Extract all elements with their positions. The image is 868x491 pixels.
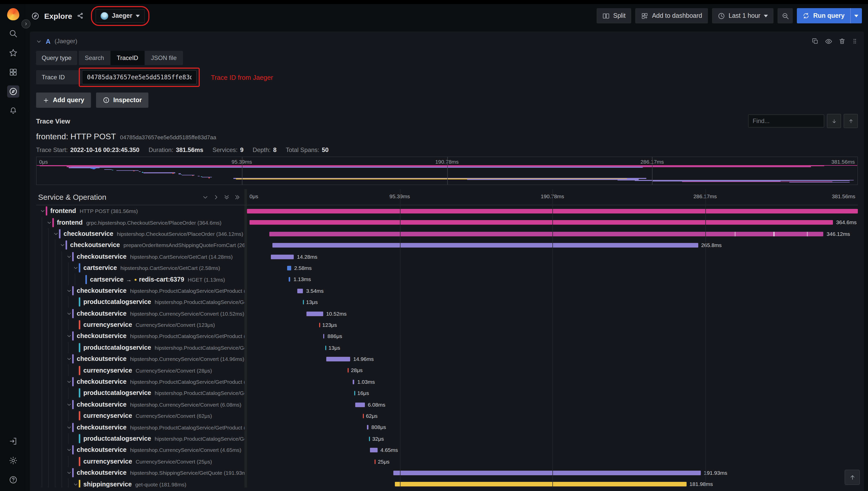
row-collapse-chevron-icon[interactable]	[46, 220, 52, 225]
help-icon[interactable]	[7, 474, 19, 486]
span-row-label[interactable]: checkoutservicehipstershop.ProductCatalo…	[36, 330, 247, 342]
hide-query-eye-icon[interactable]	[825, 37, 832, 45]
span-row[interactable]: productcatalogservicehipstershop.Product…	[36, 387, 858, 399]
span-bar[interactable]	[369, 437, 370, 441]
span-row[interactable]: checkoutservicehipstershop.CurrencyServi…	[36, 353, 858, 365]
row-collapse-chevron-icon[interactable]	[72, 265, 79, 270]
span-bar[interactable]	[273, 243, 698, 248]
span-bar[interactable]	[306, 311, 323, 316]
trace-minimap[interactable]: 0μs95.39ms190.78ms286.17ms381.56ms	[36, 156, 858, 185]
span-bar[interactable]	[393, 471, 700, 475]
span-row-label[interactable]: checkoutservicehipstershop.ProductCatalo…	[36, 376, 247, 387]
span-row[interactable]: shippingserviceget-quote (181.98ms)181.9…	[36, 479, 858, 487]
span-row-label[interactable]: checkoutservicehipstershop.ShippingServi…	[36, 467, 247, 479]
span-row-label[interactable]: currencyserviceCurrencyService/Convert (…	[36, 319, 247, 330]
span-bar[interactable]	[395, 482, 687, 487]
add-query-button[interactable]: Add query	[36, 92, 91, 108]
search-icon[interactable]	[7, 27, 19, 40]
scroll-to-top-button[interactable]	[845, 470, 860, 485]
query-type-json-file[interactable]: JSON file	[144, 51, 183, 65]
span-row-label[interactable]: cartservicehipstershop.CartService/GetCa…	[36, 262, 247, 274]
span-bar[interactable]	[297, 288, 303, 293]
span-row-label[interactable]: checkoutservicehipstershop.CurrencyServi…	[36, 399, 247, 410]
settings-gear-icon[interactable]	[7, 454, 19, 467]
span-row-label[interactable]: checkoutservicehipstershop.CartService/G…	[36, 251, 247, 262]
find-input[interactable]	[748, 114, 824, 127]
span-bar[interactable]	[353, 380, 354, 384]
span-row[interactable]: frontendgrpc.hipstershop.CheckoutService…	[36, 217, 858, 228]
span-row-label[interactable]: checkoutservicehipstershop.CurrencyServi…	[36, 353, 247, 365]
row-collapse-chevron-icon[interactable]	[72, 482, 79, 487]
delete-query-trash-icon[interactable]	[839, 38, 846, 45]
span-row[interactable]: checkoutservicehipstershop.CartService/G…	[36, 251, 858, 262]
span-bar[interactable]	[355, 402, 365, 407]
span-bar[interactable]	[363, 414, 364, 418]
span-bar[interactable]	[323, 334, 325, 339]
span-row[interactable]: productcatalogservicehipstershop.Product…	[36, 342, 858, 353]
span-row[interactable]: checkoutservicehipstershop.CheckoutServi…	[36, 228, 858, 240]
span-row-label[interactable]: checkoutservicehipstershop.CheckoutServi…	[36, 228, 247, 240]
span-row-label[interactable]: cartservice→●redis-cart:6379HGET (1.13ms…	[36, 274, 247, 285]
explore-icon[interactable]	[7, 85, 19, 97]
copy-query-icon[interactable]	[812, 38, 819, 45]
row-collapse-chevron-icon[interactable]	[65, 425, 72, 430]
run-query-button[interactable]: Run query	[797, 8, 862, 23]
find-next-button[interactable]	[827, 114, 841, 128]
span-row[interactable]: productcatalogservicehipstershop.Product…	[36, 296, 858, 308]
collapse-all-icon[interactable]	[223, 194, 230, 200]
span-row-label[interactable]: productcatalogservicehipstershop.Product…	[36, 387, 247, 399]
span-row[interactable]: currencyserviceCurrencyService/Convert (…	[36, 410, 858, 422]
span-bar[interactable]	[319, 323, 320, 327]
row-collapse-chevron-icon[interactable]	[59, 243, 65, 248]
span-row[interactable]: checkoutservicehipstershop.ProductCatalo…	[36, 330, 858, 342]
span-bar[interactable]	[348, 368, 349, 373]
span-bar[interactable]	[271, 254, 294, 259]
span-row-label[interactable]: currencyserviceCurrencyService/Convert (…	[36, 410, 247, 422]
span-row-label[interactable]: checkoutserviceprepareOrderItemsAndShipp…	[36, 239, 247, 251]
span-row[interactable]: checkoutservicehipstershop.CurrencyServi…	[36, 308, 858, 319]
share-icon[interactable]	[77, 12, 84, 19]
add-to-dashboard-button[interactable]: Add to dashboard	[635, 8, 708, 23]
span-row[interactable]: currencyserviceCurrencyService/Convert (…	[36, 319, 858, 330]
datasource-picker[interactable]: Jaeger	[95, 9, 145, 23]
span-bar[interactable]	[269, 232, 824, 236]
span-row-label[interactable]: checkoutservicehipstershop.CurrencyServi…	[36, 444, 247, 456]
row-collapse-chevron-icon[interactable]	[39, 208, 46, 213]
span-bar[interactable]	[247, 209, 858, 213]
span-row[interactable]: productcatalogservicehipstershop.Product…	[36, 433, 858, 444]
expand-one-icon[interactable]	[213, 194, 219, 200]
span-row-label[interactable]: frontendgrpc.hipstershop.CheckoutService…	[36, 217, 247, 228]
span-row-label[interactable]: productcatalogservicehipstershop.Product…	[36, 433, 247, 444]
span-row-label[interactable]: productcatalogservicehipstershop.Product…	[36, 296, 247, 308]
span-bar[interactable]	[375, 459, 376, 464]
split-button[interactable]: Split	[596, 8, 631, 23]
row-collapse-chevron-icon[interactable]	[65, 334, 72, 339]
row-collapse-chevron-icon[interactable]	[65, 379, 72, 384]
span-row-label[interactable]: productcatalogservicehipstershop.Product…	[36, 342, 247, 353]
row-collapse-chevron-icon[interactable]	[65, 356, 72, 362]
sign-in-icon[interactable]	[7, 435, 19, 447]
collapse-chevron-icon[interactable]	[36, 38, 42, 44]
dashboards-icon[interactable]	[7, 66, 19, 78]
row-collapse-chevron-icon[interactable]	[65, 288, 72, 293]
span-row-label[interactable]: shippingserviceget-quote (181.98ms)	[36, 479, 247, 487]
query-ref-id[interactable]: A	[46, 37, 51, 45]
span-row-label[interactable]: checkoutservicehipstershop.CurrencyServi…	[36, 308, 247, 319]
grafana-logo[interactable]	[7, 8, 19, 20]
span-row[interactable]: checkoutservicehipstershop.ShippingServi…	[36, 467, 858, 479]
span-row[interactable]: checkoutservicehipstershop.CurrencyServi…	[36, 399, 858, 410]
time-range-picker[interactable]: Last 1 hour	[712, 8, 774, 23]
span-row-label[interactable]: checkoutservicehipstershop.ProductCatalo…	[36, 422, 247, 433]
span-row[interactable]: frontendHTTP POST (381.56ms)	[36, 205, 858, 217]
span-row[interactable]: checkoutservicehipstershop.ProductCatalo…	[36, 285, 858, 296]
find-prev-button[interactable]	[844, 114, 858, 128]
collapse-one-icon[interactable]	[202, 194, 208, 200]
span-row[interactable]: cartservicehipstershop.CartService/GetCa…	[36, 262, 858, 274]
query-type-search[interactable]: Search	[78, 51, 110, 65]
row-collapse-chevron-icon[interactable]	[65, 254, 72, 259]
span-row-label[interactable]: currencyserviceCurrencyService/Convert (…	[36, 365, 247, 376]
row-collapse-chevron-icon[interactable]	[52, 231, 59, 236]
span-row[interactable]: checkoutserviceprepareOrderItemsAndShipp…	[36, 239, 858, 251]
query-type-traceid[interactable]: TraceID	[110, 51, 144, 65]
span-row-label[interactable]: frontendHTTP POST (381.56ms)	[36, 205, 247, 217]
